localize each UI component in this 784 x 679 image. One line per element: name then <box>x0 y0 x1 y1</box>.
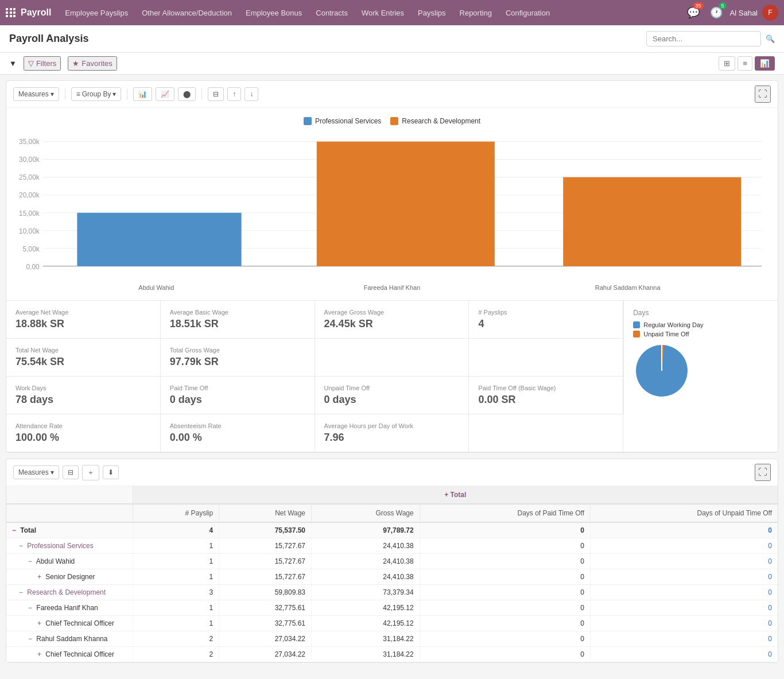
table-measures-dropdown[interactable]: Measures ▾ <box>13 465 59 479</box>
stat-avg-basic-wage-value: 18.51k SR <box>170 318 305 330</box>
stat-paid-off-basic-value: 0.00 SR <box>478 394 614 406</box>
total-label: + Total <box>444 491 466 499</box>
measures-dropdown[interactable]: Measures ▾ <box>13 87 59 101</box>
nav-employee-bonus[interactable]: Employee Bonus <box>240 6 308 20</box>
td-paid-off: 0 <box>420 647 590 662</box>
x-label-abdul: Abdul Wahid <box>38 284 274 291</box>
th-paid-off: Days of Paid Time Off <box>420 504 590 522</box>
expand-icon[interactable]: + <box>37 619 41 627</box>
search-input[interactable] <box>646 31 761 46</box>
td-gross-wage: 31,184.22 <box>312 631 420 647</box>
nav-reporting[interactable]: Reporting <box>454 6 498 20</box>
days-legend-regular: Regular Working Day <box>633 321 769 328</box>
chart-wrapper: 35,00k 30,00k 25,00k 20,00k 15,00k 10,00… <box>15 132 769 284</box>
td-net-wage: 15,727.67 <box>219 569 312 585</box>
stat-total-net-wage-label: Total Net Wage <box>15 347 151 354</box>
bar-chart-button[interactable]: 📊 <box>133 87 152 101</box>
stat-empty-4 <box>623 414 778 452</box>
collapse-icon[interactable]: − <box>19 542 23 550</box>
td-payslip: 1 <box>133 569 219 585</box>
favorites-button[interactable]: ★ Favorites <box>68 56 117 71</box>
nav-work-entries[interactable]: Work Entries <box>356 6 410 20</box>
table-view-button[interactable]: ⊟ <box>208 87 224 101</box>
table-download-button[interactable]: ⬇ <box>103 465 119 479</box>
toolbar-separator-1 <box>65 88 65 100</box>
group-by-dropdown[interactable]: ≡ Group By ▾ <box>71 87 122 101</box>
td-gross-wage: 42,195.12 <box>312 600 420 616</box>
nav-other-allowance[interactable]: Other Allowance/Deduction <box>136 6 238 20</box>
stat-empty-3 <box>469 414 623 452</box>
download-icon: ⬇ <box>108 468 114 476</box>
td-payslip: 1 <box>133 538 219 554</box>
expand-icon[interactable]: + <box>37 650 41 658</box>
star-icon: ★ <box>72 59 79 68</box>
td-unpaid-off: 0 <box>590 631 778 647</box>
td-gross-wage: 73,379.34 <box>312 585 420 600</box>
table-columns-button[interactable]: ⊟ <box>63 465 79 479</box>
list-view-button[interactable]: ≡ <box>738 56 752 71</box>
nav-employee-payslips[interactable]: Employee Payslips <box>59 6 134 20</box>
stat-total-gross-wage-value: 97.79k SR <box>170 356 305 368</box>
username-label[interactable]: Al Sahal <box>730 9 758 17</box>
filters-label: Filters <box>36 59 56 68</box>
table-fullscreen-button[interactable]: ⛶ <box>755 464 771 481</box>
collapse-icon[interactable]: − <box>28 604 32 612</box>
td-label: + Senior Designer <box>6 569 133 585</box>
td-paid-off: 0 <box>420 631 590 647</box>
fullscreen-button[interactable]: ⛶ <box>755 86 771 103</box>
user-avatar[interactable]: F <box>762 5 778 21</box>
line-chart-button[interactable]: 📈 <box>156 87 174 101</box>
td-paid-off: 0 <box>420 569 590 585</box>
kanban-view-button[interactable]: ⊞ <box>719 56 735 71</box>
svg-text:10,00k: 10,00k <box>19 227 40 235</box>
sort-desc-button[interactable]: ↓ <box>244 87 258 101</box>
chart-area: Professional Services Research & Develop… <box>6 108 778 300</box>
stat-absenteeism-label: Absenteeism Rate <box>170 422 305 429</box>
pie-chart-icon: ⬤ <box>183 90 191 98</box>
table-toolbar: Measures ▾ ⊟ ＋ ⬇ ⛶ <box>6 459 778 486</box>
grid-menu-icon[interactable] <box>6 8 16 17</box>
chart-view-button[interactable]: 📊 <box>755 56 775 71</box>
nav-configuration[interactable]: Configuration <box>500 6 556 20</box>
line-chart-icon: 📈 <box>161 90 169 98</box>
svg-text:35,00k: 35,00k <box>19 138 40 146</box>
td-unpaid-off: 0 <box>590 522 778 538</box>
toolbar-separator-2 <box>127 88 127 100</box>
stat-absenteeism-rate: Absenteeism Rate 0.00 % <box>161 414 315 452</box>
app-brand[interactable]: Payroll <box>6 7 51 18</box>
table-row: − Research & Development 3 59,809.83 73,… <box>6 585 778 600</box>
stat-avg-net-wage-value: 18.88k SR <box>15 318 151 330</box>
search-icon[interactable]: 🔍 <box>766 34 775 43</box>
td-net-wage: 15,727.67 <box>219 538 312 554</box>
expand-icon[interactable]: + <box>37 573 41 581</box>
chart-x-labels: Abdul Wahid Fareeda Hanif Khan Rahul Sad… <box>15 284 769 291</box>
stats-grid: Average Net Wage 18.88k SR Average Basic… <box>6 300 778 452</box>
stat-avg-basic-wage: Average Basic Wage 18.51k SR <box>161 301 315 339</box>
collapse-icon[interactable]: − <box>28 557 32 565</box>
stat-paid-off-basic-label: Paid Time Off (Basic Wage) <box>478 385 614 391</box>
legend-rd: Research & Development <box>390 117 480 125</box>
stat-work-days-label: Work Days <box>15 385 151 391</box>
messages-button[interactable]: 💬 35 <box>684 3 703 22</box>
collapse-icon[interactable]: − <box>28 635 32 643</box>
td-paid-off: 0 <box>420 538 590 554</box>
collapse-icon[interactable]: − <box>19 588 23 596</box>
stat-unpaid-off-value: 0 days <box>324 394 460 406</box>
td-net-wage: 32,775.61 <box>219 600 312 616</box>
pie-chart-button[interactable]: ⬤ <box>178 87 196 101</box>
stat-total-gross-wage: Total Gross Wage 97.79k SR <box>161 339 315 377</box>
days-regular-color <box>633 321 640 328</box>
collapse-icon[interactable]: − <box>12 526 16 534</box>
stat-avg-gross-wage-value: 24.45k SR <box>324 318 460 330</box>
nav-payslips[interactable]: Payslips <box>412 6 451 20</box>
activity-button[interactable]: 🕐 5 <box>707 3 725 22</box>
filters-button[interactable]: ▽ Filters <box>24 56 61 71</box>
td-label: − Abdul Wahid <box>6 554 133 569</box>
top-navigation: Payroll Employee Payslips Other Allowanc… <box>0 0 784 25</box>
td-unpaid-off: 0 <box>590 600 778 616</box>
nav-contracts[interactable]: Contracts <box>310 6 354 20</box>
sort-asc-button[interactable]: ↑ <box>227 87 241 101</box>
stat-work-days: Work Days 78 days <box>6 377 161 414</box>
table-add-button[interactable]: ＋ <box>82 465 99 480</box>
toolbar-separator-3 <box>201 88 202 100</box>
